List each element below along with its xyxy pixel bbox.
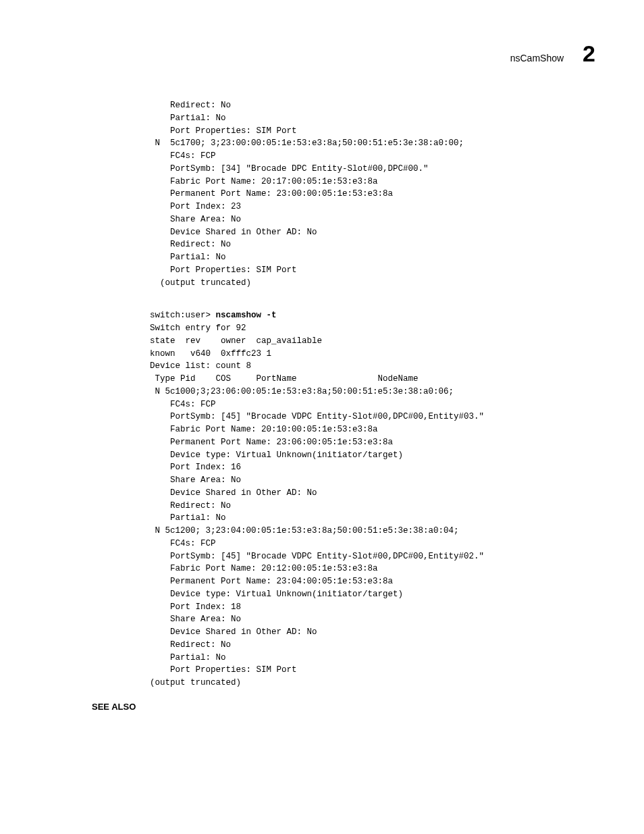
header-title: nsCamShow (510, 53, 564, 63)
header-chapter-number: 2 (583, 41, 595, 67)
command-line: switch:user> nscamshow -t (150, 309, 595, 322)
page-header: nsCamShow 2 (92, 41, 595, 67)
prompt-command: nscamshow -t (216, 311, 277, 320)
code-output-block-1: Redirect: No Partial: No Port Properties… (150, 99, 595, 289)
prompt-prefix: switch:user> (150, 311, 216, 320)
code-output-block-2: Switch entry for 92 state rev owner cap_… (150, 322, 595, 689)
see-also-heading: SEE ALSO (92, 702, 595, 712)
